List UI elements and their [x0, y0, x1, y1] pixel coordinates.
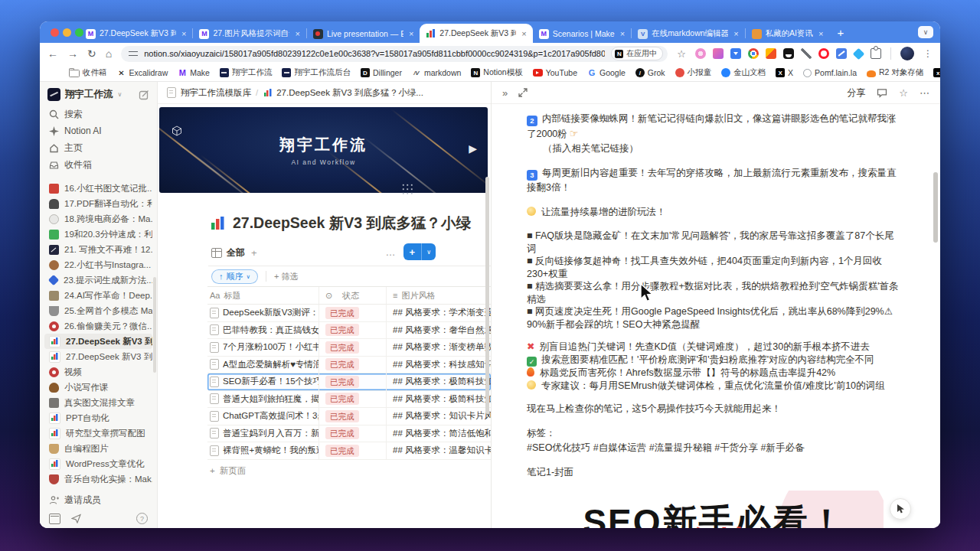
doc-bullet-line[interactable]: ■ FAQ版块是隐藏金矿！在文末加'常见问题解答'，我的家居号靠这招多覆盖了87… — [527, 230, 900, 255]
status-badge[interactable]: 已完成 — [325, 358, 359, 370]
new-tab-button[interactable]: + — [837, 26, 844, 39]
close-tab-icon[interactable]: × — [521, 29, 526, 38]
sidebar-item-inbox[interactable]: 收件箱 — [44, 156, 152, 173]
breadcrumb-page[interactable]: 27.DeepSeek 新V3 到底多猛？小绿... — [276, 87, 423, 99]
status-badge[interactable]: 已完成 — [325, 324, 359, 336]
favorite-star-icon[interactable]: ☆ — [899, 87, 908, 99]
ai-assistant-button[interactable] — [890, 498, 911, 520]
doc-line[interactable]: 让流量持续暴增的进阶玩法！ — [527, 205, 900, 220]
sidebar-item-27b[interactable]: 27.DeepSeek 新V3 到... — [44, 349, 152, 364]
status-badge[interactable]: 已完成 — [325, 410, 359, 422]
sidebar-item-21[interactable]: 21. 写推文不再难！12... — [44, 242, 152, 257]
doc-bullet-line[interactable]: ■ 精选摘要要这么拿！用分步骤教程+数据对比表，我的烘焙教程抢到'空气炸锅蛋糕'… — [527, 280, 900, 305]
sidebar-item-research[interactable]: 研究型文章撰写配图 — [44, 425, 152, 441]
sidebar-item-25[interactable]: 25.全网首个多模态 Ma... — [44, 303, 152, 318]
breadcrumb-root[interactable]: 翔宇工作流模版库 — [181, 87, 251, 99]
extensions-puzzle-icon[interactable] — [871, 48, 881, 59]
expand-icon[interactable] — [518, 88, 528, 97]
bookmark-pomf[interactable]: Pomf.lain.la — [803, 68, 857, 77]
close-tab-icon[interactable]: × — [181, 29, 186, 38]
bookmark-xiaobaotong[interactable]: 小报童 — [675, 67, 712, 78]
table-row[interactable]: 裸背照+黄蟒蛇！我的叛逆品 已完成 ## 风格要求：温馨知识卡片风 设计风 — [207, 442, 491, 460]
comments-icon[interactable] — [877, 88, 887, 98]
status-badge[interactable]: 已完成 — [325, 376, 359, 388]
doc-line[interactable]: 3每周更新旧内容超重要！去年写的穿搭攻略，加上最新流行元素重新发布，搜索量直接翻… — [527, 166, 900, 195]
sidebar-item-26[interactable]: 26.偷偷赚美元？微信... — [44, 318, 152, 334]
sort-chip[interactable]: ↑ 顺序 ∨ — [211, 269, 258, 284]
extension-icon[interactable] — [818, 48, 829, 59]
home-button[interactable]: ⌂ — [106, 48, 112, 59]
doc-bullet-line[interactable]: ■ 反向链接修复超神奇！找工具查失效外链，把404页面重定向到新内容，1个月回收… — [527, 255, 900, 280]
calendar-icon[interactable] — [49, 514, 60, 524]
doc-line[interactable]: ✖别盲目追热门关键词！先查KD值（关键词难度），超过30的新手根本挤不进去 — [527, 341, 900, 354]
main-scrollbar[interactable] — [485, 177, 489, 414]
extension-icon[interactable] — [713, 48, 724, 59]
bookmark-inbox[interactable]: 收件箱 — [69, 67, 107, 78]
sidebar-item-mixed-article[interactable]: 真实图文混排文章 — [44, 395, 152, 410]
compose-icon[interactable] — [139, 90, 149, 100]
document-body[interactable]: 2内部链接要像蜘蛛网！新笔记记得链向爆款旧文，像这篇讲眼影选色的笔记就帮我涨了2… — [492, 104, 940, 528]
bookmark-youtube[interactable]: YouTube — [533, 68, 577, 77]
extension-icon[interactable] — [766, 48, 776, 59]
status-badge[interactable]: 已完成 — [325, 341, 359, 354]
tab-deepseek-make[interactable]: M 27.DeepSeek 新V3 到底多猛 × — [80, 24, 192, 43]
table-row[interactable]: 巴菲特教我：真正搞钱女孩 已完成 ## 风格要求：奢华自然意境风 设计风 — [207, 322, 491, 340]
tab-scenarios-make[interactable]: M Scenarios | Make × — [533, 24, 631, 43]
sidebar-item-home[interactable]: 主页 — [44, 139, 152, 156]
view-tab-all[interactable]: 全部 — [227, 246, 245, 259]
add-filter-button[interactable]: + 筛选 — [274, 271, 299, 282]
close-tab-icon[interactable]: × — [620, 29, 625, 38]
bookmark-xai[interactable]: xxAI — [933, 68, 940, 77]
seo-cover-image[interactable]: SEO新手必看！ 15个技巧 — [545, 491, 884, 528]
new-record-button[interactable]: + ∨ — [403, 243, 436, 260]
tab-deepseek-notion-active[interactable]: 27.DeepSeek 新V3 到底多 × — [420, 24, 532, 43]
collapse-panel-icon[interactable]: » — [502, 87, 508, 99]
sidebar-item-wordpress[interactable]: WordPress文章优化 — [44, 456, 152, 471]
page-title[interactable]: 27.DeepSeek 新V3 到底多猛？小绿 — [233, 213, 471, 233]
bookmark-xiangyu-workflow[interactable]: 翔宇工作流 — [220, 67, 273, 78]
table-row[interactable]: 7个月涨粉100万！小红书爆 已完成 ## 风格要求：渐变榜单数据风 **设计 — [207, 339, 491, 357]
extension-icon[interactable] — [695, 48, 706, 59]
sidebar-item-16[interactable]: 16.小红书图文笔记批... — [44, 181, 152, 196]
status-badge[interactable]: 已完成 — [325, 393, 359, 405]
table-row[interactable]: ChatGPT高效提问术！3步让 已完成 ## 风格要求：知识卡片风 **设计风… — [207, 408, 491, 425]
notion-app-badge[interactable]: N 在应用中 — [611, 47, 663, 60]
share-button[interactable]: 分享 — [847, 86, 865, 99]
tab-ai-news[interactable]: 私藏的AI资讯 × — [746, 24, 830, 43]
tab-search-button[interactable]: ∨ — [918, 26, 933, 38]
bookmark-markdown[interactable]: /Vmarkdown — [412, 68, 461, 77]
forward-button[interactable]: → — [67, 48, 78, 59]
new-page-button[interactable]: + 新页面 — [158, 460, 491, 477]
help-icon[interactable]: ? — [136, 513, 148, 524]
extension-icon[interactable] — [730, 48, 741, 59]
doc-line[interactable]: ✓搜索意图要精准匹配！'平价粉底测评'和'贵妇粉底推荐'对应的内容结构完全不同 — [527, 354, 900, 367]
browser-menu-icon[interactable]: ⋮ — [923, 48, 933, 59]
profile-avatar[interactable] — [900, 47, 914, 60]
sidebar-item-18[interactable]: 18.跨境电商必备：Ma... — [44, 211, 152, 227]
doc-bullet-line[interactable]: ■ 网页速度决定生死！用Google PageSpeed Insights优化后… — [527, 305, 900, 331]
url-text[interactable]: notion.so/xiaoyuzaici/158017a905fd802391… — [144, 49, 605, 58]
extension-icon[interactable] — [836, 48, 847, 59]
workspace-switcher[interactable]: 翔宇工作流 ∨ — [40, 82, 157, 106]
close-tab-icon[interactable]: × — [818, 29, 823, 38]
close-tab-icon[interactable]: × — [733, 29, 738, 38]
doc-line[interactable]: 笔记1-封面 — [527, 465, 900, 480]
sidebar-item-ppt[interactable]: PPT自动化 — [44, 410, 152, 425]
sidebar-item-19-20[interactable]: 19和20.3分钟速成：利... — [44, 227, 152, 242]
column-status-header[interactable]: 状态 — [342, 290, 359, 302]
close-window-button[interactable] — [51, 28, 59, 37]
bookmark-kingsoft-docs[interactable]: 金山文档 — [721, 67, 766, 78]
bookmark-grok[interactable]: /Grok — [635, 68, 665, 77]
doc-line[interactable]: 标题党反而害死你！Ahrefs数据显示带【】符号的标题点击率提升42% — [527, 367, 900, 380]
doc-line[interactable]: 专家建议：每月用SEMrush做关键词体检，重点优化'流量价值/难度比'前10的… — [527, 380, 900, 393]
drag-handle-dots[interactable] — [401, 183, 413, 195]
table-row[interactable]: DeepSeek新版V3测评：免费 已完成 ## 风格要求：学术渐变蓝书评卡 *… — [207, 305, 491, 322]
reload-button[interactable]: ↻ — [87, 48, 96, 59]
tab-live-presentation[interactable]: Live presentation — Exc × — [307, 24, 420, 43]
bookmark-r2-storage[interactable]: R2 对象存储 — [867, 67, 923, 78]
sidebar-item-programmatic-images[interactable]: 自编程图片 — [44, 441, 152, 456]
doc-line[interactable]: 现在马上检查你的笔记，这5个易操作技巧今天就能用起来！ — [527, 402, 900, 416]
page-more-icon[interactable]: ⋯ — [920, 87, 929, 99]
extension-icon[interactable] — [748, 48, 759, 59]
column-title-header[interactable]: 标题 — [224, 290, 240, 302]
